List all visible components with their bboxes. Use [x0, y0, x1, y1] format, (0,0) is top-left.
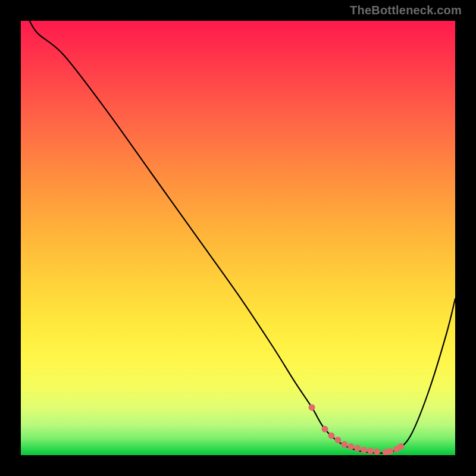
- valley-marker-dot: [341, 441, 347, 447]
- valley-marker-dot: [354, 445, 361, 452]
- valley-marker-dot: [347, 443, 354, 450]
- valley-marker-dot: [361, 447, 367, 453]
- chart-frame: TheBottleneck.com: [0, 0, 476, 476]
- valley-marker-dot: [334, 437, 341, 443]
- valley-marker-dot: [387, 448, 393, 455]
- valley-markers: [309, 404, 405, 455]
- valley-marker-dot: [374, 449, 380, 455]
- watermark-text: TheBottleneck.com: [350, 4, 462, 17]
- valley-marker-dot: [309, 404, 315, 411]
- valley-marker-dot: [322, 426, 328, 433]
- plot-background: [21, 21, 455, 455]
- valley-marker-dot: [367, 447, 374, 454]
- valley-marker-dot: [328, 433, 334, 439]
- valley-marker-dot: [397, 443, 404, 450]
- plot-svg: [21, 21, 455, 455]
- bottleneck-curve: [30, 21, 455, 453]
